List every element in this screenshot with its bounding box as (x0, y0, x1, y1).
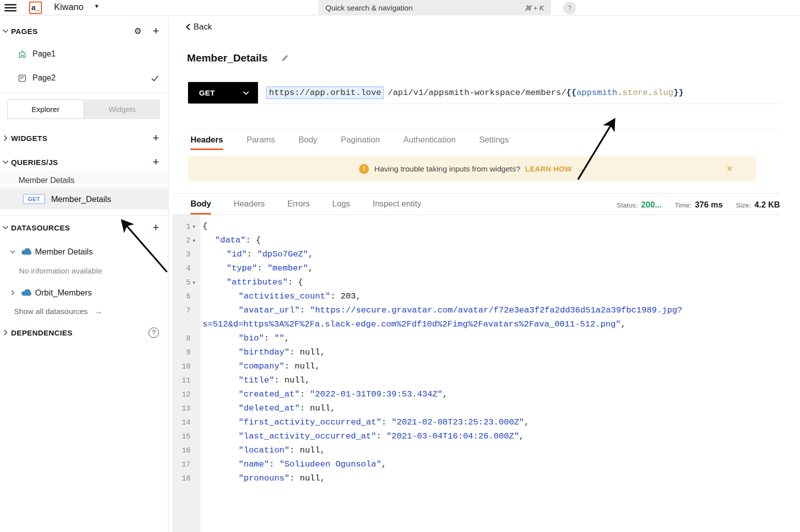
datasources-section-label: DATASOURCES (11, 224, 70, 232)
method-label: GET (199, 88, 215, 97)
show-all-label: Show all datasources (14, 307, 88, 316)
page-label: Page1 (32, 50, 56, 58)
page-label: Page2 (32, 74, 56, 82)
sidebar-item-page2[interactable]: Page2 (0, 70, 168, 86)
response-tab-inspect-entity[interactable]: Inspect entity (372, 199, 421, 214)
back-button[interactable]: Back (186, 22, 212, 32)
code-line: s=512&d=https%3A%2F%2Fa.slack-edge.com%2… (202, 318, 800, 332)
line-number[interactable]: 1▾ (172, 220, 200, 234)
app-name[interactable]: Kiwano (54, 2, 84, 12)
response-tab-errors[interactable]: Errors (288, 199, 310, 214)
line-number: 3 (172, 248, 200, 262)
queries-section-header[interactable]: QUERIES/JS + (0, 154, 168, 170)
binding-prop: slug (653, 88, 674, 98)
binding-prop: store (622, 88, 648, 98)
chevron-right-icon[interactable] (7, 290, 18, 296)
help-button[interactable]: ? (563, 2, 576, 14)
tab-authentication[interactable]: Authentication (404, 135, 456, 150)
app-name-caret-icon[interactable]: ▼ (94, 3, 100, 9)
code-line: "activities_count": 203, (202, 290, 800, 304)
chevron-down-icon[interactable] (0, 29, 11, 33)
search-shortcut: ⌘ + K (524, 4, 544, 12)
line-number: 4 (172, 262, 200, 276)
dependencies-section-label: DEPENDENCIES (11, 328, 72, 337)
response-body-viewer[interactable]: 1▾2▾345▾6789101112131415161718 {"data": … (172, 215, 800, 532)
cloud-icon (21, 248, 32, 256)
tab-headers[interactable]: Headers (190, 135, 223, 150)
response-tab-headers[interactable]: Headers (234, 199, 264, 214)
sidebar-item-page1[interactable]: Page1 (0, 46, 168, 62)
binding-dot: . (618, 88, 622, 98)
code-line: "birthday": null, (202, 346, 800, 360)
datasource-label: Member Details (35, 247, 93, 256)
query-title: Member_Details (187, 52, 268, 64)
tab-params[interactable]: Params (246, 135, 275, 150)
code-line: "data": { (202, 234, 800, 248)
line-number: 13 (172, 402, 200, 416)
add-query-button[interactable]: + (152, 156, 159, 168)
chevron-right-icon[interactable] (0, 135, 11, 141)
url-path: /api/v1/appsmith-workspace/members/ (388, 88, 566, 98)
banner-close-icon[interactable]: ✕ (726, 164, 733, 174)
hamburger-menu-icon[interactable] (4, 2, 16, 12)
show-all-datasources-link[interactable]: Show all datasources → (0, 304, 168, 318)
datasources-section-header[interactable]: DATASOURCES + (0, 220, 168, 236)
response-tab-logs[interactable]: Logs (332, 199, 350, 214)
add-datasource-button[interactable]: + (152, 222, 159, 233)
back-label: Back (194, 22, 212, 32)
query-item-member-details[interactable]: GET Member_Details (0, 188, 168, 210)
query-editor-pane: Back Member_Details GET https://app.orbi… (169, 16, 800, 532)
chevron-down-icon[interactable] (0, 160, 11, 164)
line-number: 8 (172, 332, 200, 346)
chevron-down-icon (243, 91, 249, 95)
code-line: "pronouns": null, (202, 472, 800, 486)
datasource-item-member-details[interactable]: Member Details (0, 244, 168, 260)
learn-how-link[interactable]: LEARN HOW (526, 165, 572, 173)
tab-widgets[interactable]: Widgets (84, 100, 160, 119)
query-group-member-details[interactable]: Member Details (0, 172, 168, 188)
datasource-item-orbit-members[interactable]: Orbit_Members (0, 284, 168, 300)
cloud-icon (21, 289, 32, 296)
code-line: "deleted_at": null, (202, 402, 800, 416)
widgets-section-label: WIDGETS (11, 134, 48, 142)
queries-section-label: QUERIES/JS (11, 158, 58, 166)
chevron-right-icon[interactable] (0, 330, 11, 336)
datasource-note: No information available (0, 264, 168, 278)
quick-search-bar[interactable]: Quick search & navigation ⌘ + K (318, 0, 551, 16)
size-label: Size: (736, 202, 751, 209)
tab-explorer[interactable]: Explorer (7, 100, 84, 119)
chevron-down-icon[interactable] (7, 250, 18, 254)
method-dropdown[interactable]: GET (188, 82, 258, 104)
appsmith-logo: a_ (29, 2, 42, 14)
time-label: Time: (674, 202, 691, 209)
line-number (172, 318, 200, 332)
edit-pencil-icon[interactable] (280, 54, 290, 62)
query-label: Member_Details (51, 194, 111, 204)
size-value: 4.2 KB (754, 200, 780, 210)
add-page-button[interactable]: + (152, 26, 159, 36)
line-number: 18 (172, 472, 200, 486)
tab-body[interactable]: Body (298, 135, 318, 150)
pages-section-label: PAGES (11, 27, 38, 36)
code-line: "last_activity_occurred_at": "2021-03-04… (202, 430, 800, 444)
code-line: "bio": "", (202, 332, 800, 346)
pages-settings-gear-icon[interactable]: ⚙ (134, 26, 142, 36)
tab-settings[interactable]: Settings (479, 135, 509, 150)
datasource-chip[interactable]: https://app.orbit.love (266, 86, 384, 99)
warning-icon: ! (359, 164, 369, 174)
widgets-section-header[interactable]: WIDGETS + (0, 130, 168, 146)
url-input[interactable]: https://app.orbit.love/api/v1/appsmith-w… (258, 82, 780, 104)
pages-section-header[interactable]: PAGES ⚙ + (0, 23, 168, 39)
dependencies-section-header[interactable]: DEPENDENCIES ? (0, 324, 168, 340)
chevron-down-icon[interactable] (0, 226, 11, 230)
line-number[interactable]: 5▾ (172, 276, 200, 290)
datasource-label: Orbit_Members (35, 288, 92, 298)
response-tab-body[interactable]: Body (190, 199, 211, 214)
tab-pagination[interactable]: Pagination (341, 135, 380, 150)
line-number: 7 (172, 304, 200, 318)
line-number: 9 (172, 346, 200, 360)
divider (0, 92, 168, 93)
dependencies-help-icon[interactable]: ? (148, 328, 159, 338)
line-number[interactable]: 2▾ (172, 234, 200, 248)
add-widget-button[interactable]: + (152, 132, 159, 144)
